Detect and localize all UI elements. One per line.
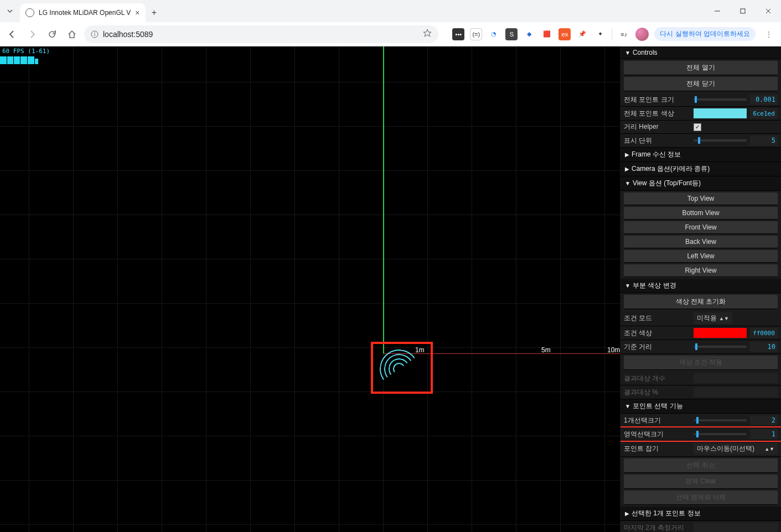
control-panel: Controls 전체 열기 전체 닫기 전체 포인트 크기0.001 전체 포… [620, 46, 781, 532]
point-color-swatch[interactable] [694, 108, 747, 118]
tick-1m: 1m [415, 346, 425, 354]
cond-mode-select[interactable]: 미적용▲▼ [694, 312, 732, 324]
tick-10m: 10m [607, 346, 620, 354]
right-view-button[interactable]: Right View [624, 264, 778, 277]
sela-value[interactable]: 1 [750, 429, 778, 439]
minimize-button[interactable] [705, 0, 730, 22]
svg-rect-1 [741, 9, 745, 13]
sel1-slider[interactable] [694, 419, 747, 421]
grid-overlay [0, 46, 620, 532]
address-bar[interactable]: localhost:5089 [84, 25, 438, 43]
folder-partial-color[interactable]: 부분 색상 변경 [620, 279, 781, 293]
maximize-button[interactable] [730, 0, 756, 22]
dist-helper-checkbox[interactable]: ✓ [694, 123, 701, 131]
profile-avatar[interactable] [635, 28, 649, 41]
bottom-view-button[interactable]: Bottom View [624, 207, 778, 220]
ext-icon-1[interactable]: ••• [452, 28, 464, 40]
folder-view[interactable]: View 옵션 (Top/Font등) [620, 176, 781, 191]
window-close-button[interactable] [756, 0, 781, 22]
ext-icon-7[interactable]: ≡♪ [618, 28, 630, 40]
browser-toolbar: localhost:5089 ••• (=) ◔ S ◆ 🟥 ex 📌 ✦ ≡♪… [0, 22, 781, 46]
cond-color-hex[interactable]: ff0000 [750, 328, 778, 338]
result-count-output [694, 373, 778, 383]
lidar-canvas[interactable]: 60 FPS (1-61) 1m 5m 10m [0, 46, 620, 532]
fps-bars [0, 55, 39, 64]
forward-button[interactable] [24, 27, 40, 42]
folder-camera[interactable]: Camera 옵션(카메라 종류) [620, 162, 781, 176]
tab-title: LG Innotek MLiDAR OpenGL V [39, 9, 131, 17]
base-dist-value[interactable]: 10 [750, 342, 778, 352]
result-pct-output [694, 387, 778, 397]
deselect-button[interactable]: 선택 취소 [624, 458, 778, 473]
ext-icon-3[interactable]: ◔ [488, 28, 500, 40]
base-dist-slider[interactable] [694, 346, 747, 348]
new-tab-button[interactable]: + [146, 3, 163, 22]
home-button[interactable] [64, 27, 80, 42]
cond-color-swatch[interactable] [694, 328, 747, 338]
titlebar: LG Innotek MLiDAR OpenGL V × + [0, 0, 781, 22]
ext-icon-4[interactable]: S [505, 28, 518, 40]
axis-forward [383, 46, 384, 353]
point-size-slider[interactable] [694, 98, 747, 101]
folder-frame[interactable]: Frame 수신 정보 [620, 148, 781, 162]
top-view-button[interactable]: Top View [624, 192, 778, 205]
ext-icon-5[interactable]: 🟥 [541, 28, 553, 40]
close-all-button[interactable]: 전체 닫기 [624, 77, 778, 91]
update-chip[interactable]: 다시 실행하여 업데이트하세요 [654, 27, 756, 41]
folder-point-select[interactable]: 포인트 선택 기능 [620, 399, 781, 414]
puzzle-icon[interactable]: ✦ [594, 28, 606, 40]
back-view-button[interactable]: Back View [624, 236, 778, 248]
ext-shield-icon[interactable]: ◆ [523, 28, 535, 40]
star-icon[interactable] [423, 29, 432, 39]
delete-outside-button[interactable]: 선택 영역외 삭제 [624, 491, 778, 505]
url-text: localhost:5089 [103, 30, 153, 39]
folder-selected-point[interactable]: 선택한 1개 포인트 정보 [620, 507, 781, 521]
last2-output [694, 523, 778, 532]
open-all-button[interactable]: 전체 열기 [624, 61, 778, 75]
fps-counter: 60 FPS (1-61) [0, 46, 52, 56]
svg-point-4 [94, 32, 95, 33]
apply-cond-button[interactable]: 색상 조건 적용 [624, 356, 778, 370]
menu-button[interactable]: ⋮ [761, 27, 777, 42]
front-view-button[interactable]: Front View [624, 221, 778, 234]
point-size-value[interactable]: 0.001 [750, 95, 778, 105]
close-icon[interactable]: × [135, 8, 139, 17]
left-view-button[interactable]: Left View [624, 250, 778, 263]
globe-icon [25, 8, 34, 17]
sel1-value[interactable]: 2 [750, 415, 778, 425]
ext-icon-6[interactable]: ex [558, 28, 571, 40]
disp-unit-value[interactable]: 5 [750, 135, 778, 145]
disp-unit-slider[interactable] [694, 139, 747, 142]
ext-icon-2[interactable]: (=) [470, 28, 482, 40]
browser-tab[interactable]: LG Innotek MLiDAR OpenGL V × [20, 3, 146, 22]
tab-list-button[interactable] [0, 0, 20, 22]
sela-slider[interactable] [694, 433, 747, 435]
back-button[interactable] [4, 27, 20, 42]
reload-button[interactable] [44, 27, 60, 42]
info-icon [91, 30, 99, 38]
folder-controls[interactable]: Controls [620, 46, 781, 59]
clear-area-button[interactable]: 영역 Clear [624, 474, 778, 489]
area-select-row: 영역선택크기1 [620, 427, 781, 441]
reset-color-button[interactable]: 색상 전체 초기화 [624, 295, 778, 309]
tick-5m: 5m [541, 346, 551, 354]
pin-icon[interactable]: 📌 [576, 28, 588, 40]
grab-mode-select[interactable]: 마우스이동(미선택)▲▼ [694, 443, 778, 455]
point-color-hex[interactable]: 6ce1ed [750, 108, 778, 118]
